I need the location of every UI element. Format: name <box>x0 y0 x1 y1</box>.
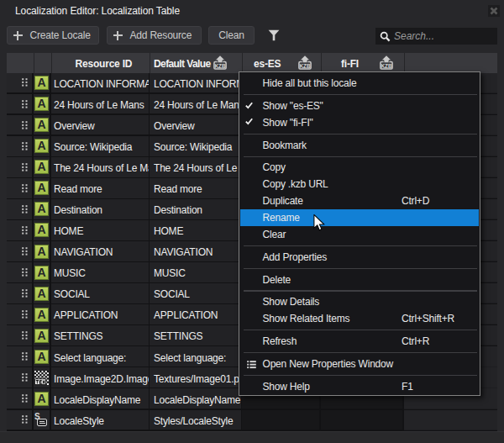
svg-text:KZB: KZB <box>214 63 226 69</box>
svg-text:KZB: KZB <box>381 63 392 69</box>
svg-text:KZB: KZB <box>299 63 311 69</box>
